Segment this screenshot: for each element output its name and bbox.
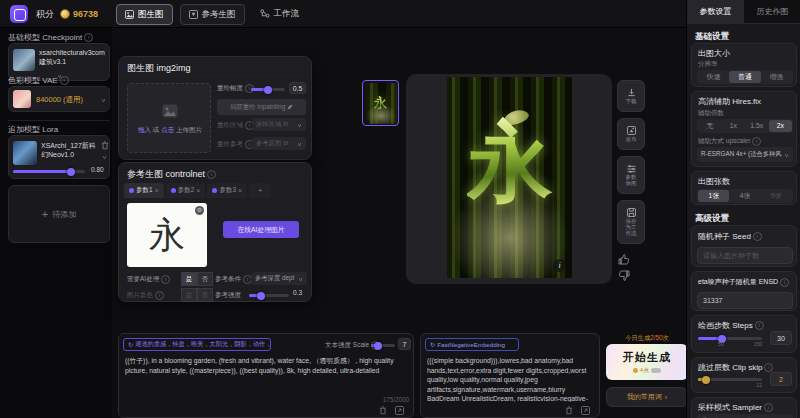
no-button[interactable]: 否 — [197, 272, 213, 286]
lora-weight-slider[interactable] — [13, 170, 85, 173]
no-button[interactable]: 否 — [197, 288, 213, 302]
steps-slider[interactable] — [698, 337, 762, 340]
ref-condition-dropdown[interactable]: 参考深度 dept∨ — [251, 272, 307, 285]
params-sidebar: 参数设置 历史作图 基础设置 出图大小 分辨率 快速 普通 增强 高清辅助 Hi… — [686, 0, 800, 418]
option-2x[interactable]: 2x — [769, 120, 793, 132]
vae-card[interactable]: 840000 (通用) ∨ — [8, 86, 110, 112]
expand-icon[interactable] — [395, 406, 404, 415]
option-1x[interactable]: 1x — [722, 120, 746, 132]
option-none[interactable]: 无 — [698, 120, 722, 132]
publish-button[interactable]: 发布 — [617, 118, 645, 150]
tab-workflow-label: 工作流 — [274, 8, 300, 20]
checkpoint-thumbnail — [13, 49, 35, 71]
inpaint-area-label: 重绘区域i — [217, 121, 254, 130]
clip-skip-title: 跳过层数 Clip skipi — [698, 362, 773, 373]
common-words-button[interactable]: 我的常用词› — [606, 387, 688, 407]
ref-strength-slider[interactable] — [249, 294, 289, 297]
refresh-icon[interactable]: ↻ — [430, 341, 435, 348]
hires-title: 高清辅助 Hires.fix — [698, 96, 761, 107]
info-icon: i — [755, 321, 764, 330]
controlnet-tab-2[interactable]: 参数2× — [166, 183, 206, 198]
add-controlnet-tab-button[interactable]: + — [249, 183, 271, 198]
yes-button[interactable]: 是 — [181, 272, 197, 286]
negative-embedding-chip[interactable]: ↻ FastNegativeEmbedding — [425, 338, 519, 351]
sampler-title: 采样模式 Sampleri — [698, 402, 773, 413]
save-workflow-button[interactable]: 保存为工作流 — [617, 200, 645, 244]
download-button[interactable]: 下载 — [617, 80, 645, 112]
cfg-scale-slider[interactable] — [371, 344, 395, 347]
close-icon[interactable]: × — [238, 187, 242, 194]
option-fast[interactable]: 快速 — [698, 71, 729, 83]
hires-card: 高清辅助 Hires.fix 辅助倍数 无 1x 1.5x 2x 辅助方式 up… — [691, 91, 797, 167]
tab-workflow[interactable]: 工作流 — [252, 4, 308, 23]
gear-icon[interactable]: ⚙ — [195, 206, 204, 215]
result-thumbnail[interactable]: 永 — [362, 80, 399, 126]
cfg-scale-value[interactable]: 7 — [398, 338, 411, 350]
thumbs-down-icon[interactable] — [618, 270, 630, 281]
negative-prompt-text[interactable]: (((simple background))),lowres,bad anato… — [427, 356, 593, 402]
steps-card: 绘画步数 Stepsi 50 150 30 — [691, 315, 797, 353]
upscaler-dropdown[interactable]: R-ESRGAN 4x+ (适合多种风∨ — [697, 147, 793, 162]
ref-strength-label: 参考强度 — [215, 291, 241, 300]
trash-icon[interactable] — [565, 406, 573, 415]
prompt-suggestion-chip[interactable]: ↻ 通透的质感，轻盈，唯美，太阳光，阴影，动作，最佳质量 — [123, 338, 271, 351]
inpaint-button[interactable]: 局部重绘 inpainting — [217, 99, 306, 115]
generate-column: 今日生成2/50次 开始生成 4点 我的常用词› — [606, 333, 688, 418]
tab-img2img-label: 图生图 — [138, 9, 164, 21]
chevron-down-icon[interactable]: ∨ — [102, 154, 107, 160]
close-icon[interactable]: × — [155, 187, 159, 194]
ai-process-button[interactable]: 在线AI处理图片 — [223, 221, 299, 238]
clip-skip-slider[interactable] — [698, 378, 762, 381]
ai-process-toggle[interactable]: 是 否 — [181, 272, 213, 286]
clip-skip-value[interactable]: 2 — [770, 372, 792, 386]
option-1-5x[interactable]: 1.5x — [745, 120, 769, 132]
option-normal[interactable]: 普通 — [729, 71, 760, 83]
inpaint-ref-dropdown[interactable]: 参考原图 or∨ — [252, 137, 306, 150]
steps-value[interactable]: 30 — [770, 331, 792, 345]
daily-quota: 今日生成2/50次 — [606, 334, 688, 343]
dot-icon — [129, 188, 134, 193]
seed-input[interactable] — [697, 247, 793, 264]
lora-card[interactable]: XSArchi_127新科幻Neov1.0 ∨ 0.80 — [8, 135, 110, 179]
tab-param-settings[interactable]: 参数设置 — [687, 0, 744, 23]
add-lora-button[interactable]: + 待添加 — [8, 185, 110, 243]
generated-image[interactable]: 永 i — [447, 77, 572, 278]
info-icon[interactable]: i — [553, 259, 566, 272]
generate-button[interactable]: 开始生成 4点 — [606, 344, 688, 380]
expand-icon[interactable] — [581, 406, 590, 415]
positive-prompt-text[interactable]: ((竹子)), in a blooming garden, (fresh and… — [125, 356, 409, 394]
tab-img2img[interactable]: 图生图 — [116, 4, 173, 25]
size-title: 出图大小 — [698, 48, 730, 59]
option-4[interactable]: 4张 — [729, 190, 760, 202]
denoise-slider[interactable] — [251, 88, 285, 91]
invert-toggle[interactable]: 是 否 — [181, 288, 213, 302]
option-1[interactable]: 1张 — [698, 190, 729, 202]
upload-dropzone[interactable]: 拖入 或 点击 上传图片 — [127, 83, 211, 153]
same-params-button[interactable]: 参数做图 — [617, 156, 645, 194]
trash-icon[interactable] — [379, 406, 387, 415]
close-icon[interactable]: × — [196, 187, 200, 194]
chevron-down-icon: ∨ — [298, 276, 303, 282]
app-logo-icon[interactable] — [10, 5, 28, 23]
trash-icon[interactable] — [101, 141, 109, 150]
controlnet-source-image[interactable]: 永 ⚙ — [127, 203, 207, 267]
denoise-value[interactable]: 0.5 — [289, 82, 306, 94]
ensd-input[interactable] — [697, 292, 793, 309]
tab-ref-generate[interactable]: 参考生图 — [180, 4, 245, 25]
refresh-icon[interactable]: ↻ — [128, 341, 133, 348]
controlnet-tab-3[interactable]: 参数3× — [207, 183, 247, 198]
canvas: 图生图 img2img 拖入 或 点击 上传图片 重绘幅度i 0.5 局部重绘 … — [112, 28, 686, 418]
plus-icon: + — [42, 208, 48, 220]
sampler-dropdown[interactable]: 受文本控制图模式 最…(DP∨ — [697, 414, 793, 418]
option-enhanced[interactable]: 增强 — [761, 71, 792, 83]
seed-title: 随机种子 Seedi — [698, 231, 762, 242]
inpaint-area-dropdown[interactable]: 涂抹区域 In∨ — [252, 118, 306, 131]
thumbs-up-icon[interactable] — [618, 254, 630, 265]
controlnet-tab-1[interactable]: 参数1× — [124, 183, 164, 198]
tab-history[interactable]: 历史作图 — [744, 0, 800, 23]
checkpoint-section-label: 基础模型 Checkpointi — [8, 32, 93, 43]
chevron-down-icon[interactable]: ∨ — [101, 97, 106, 103]
clip-max-mark: 12 — [756, 382, 762, 388]
dot-icon — [212, 188, 217, 193]
yes-button[interactable]: 是 — [181, 288, 197, 302]
